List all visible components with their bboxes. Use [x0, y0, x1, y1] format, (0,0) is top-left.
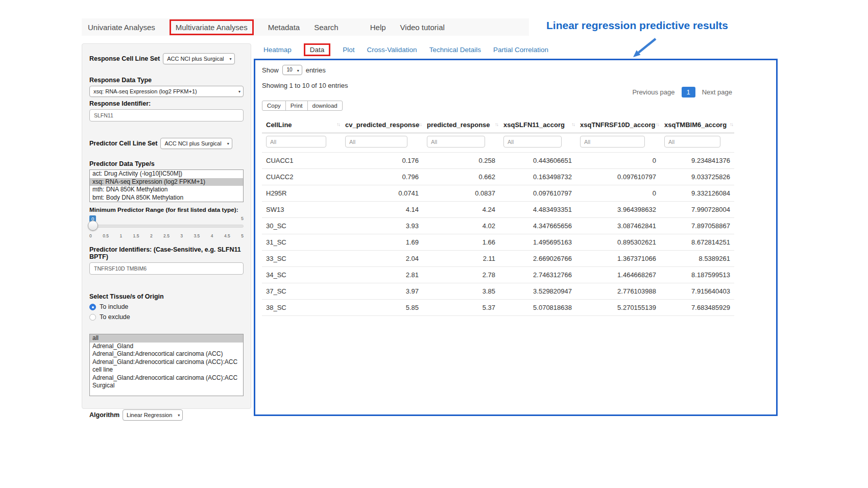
- slider-tick-label: 0: [89, 233, 92, 238]
- value-cell: 2.669026766: [499, 251, 576, 267]
- value-cell: 1.66: [423, 234, 499, 251]
- algorithm-select[interactable]: Linear Regression ▾: [123, 409, 183, 421]
- tab-heatmap[interactable]: Heatmap: [263, 46, 292, 54]
- value-cell: 0: [576, 185, 660, 202]
- response-cell-line-set-select[interactable]: ACC NCI plus Surgical ▾: [163, 53, 234, 64]
- tissue-include-radio[interactable]: To include: [89, 303, 244, 310]
- slider-tick-label: 3: [180, 233, 183, 238]
- slider-track[interactable]: [89, 225, 244, 228]
- slider-handle[interactable]: [88, 221, 98, 231]
- value-cell: 5.270155139: [576, 300, 660, 316]
- entries-label: entries: [306, 66, 326, 74]
- predictor-data-types-listbox[interactable]: act: Drug Activity (-log10[IC50M])xsq: R…: [89, 169, 244, 202]
- show-entries-row: Show 10 ▾ entries: [262, 65, 769, 75]
- response-data-type-select[interactable]: xsq: RNA-seq Expression (log2 FPKM+1) ▾: [89, 86, 244, 97]
- value-cell: 8.187599513: [660, 267, 734, 283]
- value-cell: 0.662: [423, 169, 499, 185]
- cellline-cell: CUACC2: [262, 169, 341, 185]
- table-body: CUACC10.1760.2580.44360665109.234841376C…: [262, 153, 734, 316]
- table-row: 30_SC3.934.024.3476656563.0874628417.897…: [262, 218, 734, 234]
- response-identifier-input[interactable]: [89, 109, 244, 121]
- nav-item-univariate-analyses[interactable]: Univariate Analyses: [88, 23, 155, 32]
- column-header-xsqslfn11-accorg[interactable]: xsqSLFN11_accorg↑↓: [499, 117, 576, 133]
- table-button-group: Copy Print download: [262, 101, 769, 111]
- page-1-button[interactable]: 1: [682, 87, 695, 97]
- predictor-cell-line-set-select[interactable]: ACC NCI plus Surgical ▾: [160, 138, 232, 149]
- column-label: xsqSLFN11_accorg: [503, 121, 565, 129]
- print-button[interactable]: Print: [285, 101, 308, 111]
- column-filter-input[interactable]: [664, 136, 720, 148]
- value-cell: 9.033725826: [660, 169, 734, 185]
- nav-item-video-tutorial[interactable]: Video tutorial: [400, 23, 445, 32]
- value-cell: 2.81: [341, 267, 423, 283]
- listbox-option[interactable]: bmt: Body DNA 850K Methylation: [90, 194, 243, 202]
- nav-item-metadata[interactable]: Metadata: [268, 23, 300, 32]
- tab-cross-validation[interactable]: Cross-Validation: [367, 46, 417, 54]
- tab-plot[interactable]: Plot: [343, 46, 354, 54]
- sort-icon[interactable]: ↑↓: [571, 121, 574, 127]
- page-length-select[interactable]: 10 ▾: [282, 65, 302, 75]
- response-cell-line-set-label: Response Cell Line Set: [89, 55, 160, 62]
- next-page-button[interactable]: Next page: [702, 88, 732, 96]
- cellline-cell: H295R: [262, 185, 341, 202]
- slider-tick-label: 1: [119, 233, 122, 238]
- value-cell: 4.14: [341, 202, 423, 218]
- previous-page-button[interactable]: Previous page: [632, 88, 674, 96]
- slider-max-label: 5: [241, 216, 244, 221]
- predictor-identifiers-label: Predictor Identifiers: (Case-Sensitive, …: [89, 246, 244, 260]
- listbox-option[interactable]: Adrenal_Gland:Adrenocortical carcinoma (…: [90, 358, 243, 374]
- sort-icon[interactable]: ↑↓: [730, 121, 733, 127]
- listbox-option[interactable]: xsq: RNA-seq Expression (log2 FPKM+1): [90, 178, 243, 186]
- tissue-origin-listbox[interactable]: allAdrenal_GlandAdrenal_Gland:Adrenocort…: [89, 334, 244, 396]
- tab-data[interactable]: Data: [304, 43, 331, 56]
- listbox-option[interactable]: all: [90, 334, 243, 343]
- listbox-option[interactable]: Adrenal_Gland:Adrenocortical carcinoma (…: [90, 350, 243, 358]
- sort-icon[interactable]: ↑↓: [418, 121, 421, 127]
- listbox-option[interactable]: mth: DNA 850K Methylation: [90, 186, 243, 194]
- tissue-exclude-radio[interactable]: To exclude: [89, 313, 244, 321]
- listbox-option[interactable]: Adrenal_Gland: [90, 343, 243, 351]
- nav-item-help[interactable]: Help: [370, 23, 386, 32]
- slider-tick-label: 3.5: [194, 233, 200, 238]
- min-predictor-range-label: Minimum Predictor Range (for first liste…: [89, 206, 244, 213]
- slider-tick-label: 4.5: [224, 233, 230, 238]
- radio-unchecked-icon: [89, 314, 96, 321]
- value-cell: 3.087462841: [576, 218, 660, 234]
- response-data-type-value: xsq: RNA-seq Expression (log2 FPKM+1): [93, 88, 197, 94]
- predictor-identifiers-input[interactable]: [89, 262, 244, 275]
- column-filter-input[interactable]: [427, 136, 485, 148]
- column-header-cellline[interactable]: CellLine↑↓: [262, 117, 341, 133]
- sort-icon[interactable]: ↑↓: [656, 121, 659, 127]
- nav-item-search[interactable]: Search: [314, 23, 339, 32]
- nav-item-multivariate-analyses[interactable]: Multivariate Analyses: [170, 19, 254, 35]
- listbox-option[interactable]: Adrenal_Gland:Adrenocortical carcinoma (…: [90, 374, 243, 390]
- sort-icon[interactable]: ↑↓: [495, 121, 498, 127]
- download-button[interactable]: download: [307, 101, 343, 111]
- value-cell: 7.897058867: [660, 218, 734, 234]
- column-header-xsqtmbim6-accorg[interactable]: xsqTMBIM6_accorg↑↓: [660, 117, 734, 133]
- cellline-cell: 37_SC: [262, 283, 341, 300]
- value-cell: 1.464668267: [576, 267, 660, 283]
- column-header-xsqtnfrsf10d-accorg[interactable]: xsqTNFRSF10D_accorg↑↓: [576, 117, 660, 133]
- response-data-type-label: Response Data Type: [89, 77, 244, 84]
- column-filter-input[interactable]: [580, 136, 645, 148]
- column-filter-input[interactable]: [503, 136, 562, 148]
- copy-button[interactable]: Copy: [262, 101, 286, 111]
- slider-ticks: 00.511.522.533.544.55: [89, 233, 244, 238]
- column-header-cv-predicted-response[interactable]: cv_predicted_response↑↓: [341, 117, 423, 133]
- listbox-option[interactable]: act: Drug Activity (-log10[IC50M]): [90, 170, 243, 178]
- column-header-predicted-response[interactable]: predicted_response↑↓: [423, 117, 499, 133]
- tab-technical-details[interactable]: Technical Details: [429, 46, 481, 54]
- table-row: CUACC20.7960.6620.1634987320.0976107979.…: [262, 169, 734, 185]
- column-filter-input[interactable]: [345, 136, 407, 148]
- min-predictor-range-slider[interactable]: 0 5 00.511.522.533.544.55: [89, 215, 244, 242]
- value-cell: 0.895302621: [576, 234, 660, 251]
- pagination: Previous page 1 Next page: [632, 87, 732, 97]
- show-label: Show: [262, 66, 279, 74]
- value-cell: 5.85: [341, 300, 423, 316]
- tab-partial-correlation[interactable]: Partial Correlation: [493, 46, 548, 54]
- column-filter-input[interactable]: [266, 136, 326, 148]
- predictor-cell-line-set-value: ACC NCI plus Surgical: [164, 140, 221, 147]
- value-cell: 4.483493351: [499, 202, 576, 218]
- sort-icon[interactable]: ↑↓: [336, 121, 340, 127]
